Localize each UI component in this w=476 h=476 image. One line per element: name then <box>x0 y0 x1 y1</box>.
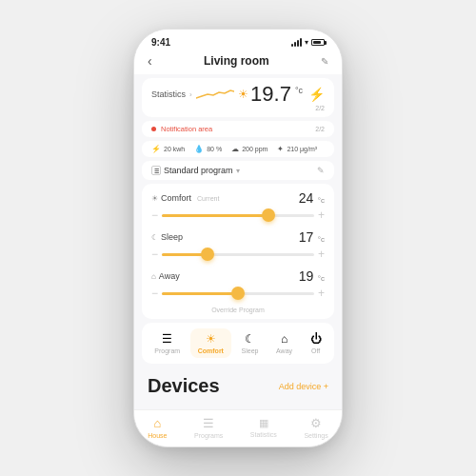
sleep-temp: 17 <box>299 229 314 245</box>
comfort-slider-fill <box>162 214 268 217</box>
mode-tab-away[interactable]: ⌂ Away <box>268 328 300 358</box>
battery-icon <box>311 39 325 46</box>
stats-label: Statistics <box>151 89 186 99</box>
airq-energy-value: 20 kwh <box>164 146 185 152</box>
airq-item-energy: ⚡ 20 kwh <box>151 145 185 153</box>
mode-tab-comfort[interactable]: ☀ Comfort <box>190 328 231 358</box>
sleep-name: Sleep <box>161 232 183 242</box>
energy-icon: ⚡ <box>151 145 161 153</box>
program-tab-icon: ☰ <box>162 332 172 346</box>
away-minus-button[interactable]: − <box>151 288 158 299</box>
wifi-icon: ▾ <box>305 38 308 47</box>
stats-unit: °c <box>295 86 303 95</box>
slider-sleep: ☾ Sleep 17 °c − + <box>151 228 325 260</box>
away-slider-fill <box>162 292 238 295</box>
mode-tab-sleep[interactable]: ☾ Sleep <box>234 328 267 358</box>
stats-temperature: 19.7 <box>250 84 291 105</box>
sleep-tab-label: Sleep <box>242 347 259 354</box>
away-temp-unit: °c <box>318 274 325 283</box>
slider-comfort-label: ☀ Comfort Current <box>151 193 219 203</box>
phone-frame: 9:41 ▾ ‹ Living room ✎ <box>133 29 343 447</box>
devices-section: Devices Add device + <box>134 367 342 401</box>
house-nav-label: House <box>148 432 167 439</box>
sun-icon: ☀ <box>238 88 248 101</box>
settings-nav-label: Settings <box>304 432 327 439</box>
add-device-button[interactable]: Add device + <box>279 382 328 391</box>
sleep-plus-button[interactable]: + <box>318 248 325 260</box>
comfort-slider-thumb[interactable] <box>262 208 275 222</box>
slider-sleep-label-row: ☾ Sleep 17 °c <box>151 228 325 246</box>
comfort-tab-label: Comfort <box>198 347 224 354</box>
sleep-temp-display: 17 °c <box>299 228 325 246</box>
sleep-minus-button[interactable]: − <box>151 248 158 260</box>
away-tab-icon: ⌂ <box>281 332 288 346</box>
stats-chevron: › <box>189 90 192 99</box>
program-tab-label: Program <box>154 347 180 354</box>
away-slider-track[interactable] <box>162 292 314 295</box>
program-dropdown-icon: ▾ <box>236 167 240 175</box>
program-name: Standard program <box>164 166 233 175</box>
away-slider-thumb[interactable] <box>231 287 245 300</box>
away-name: Away <box>159 271 180 281</box>
sliders-card: ☀ Comfort Current 24 °c − <box>142 184 334 319</box>
slider-comfort-label-row: ☀ Comfort Current 24 °c <box>151 189 325 207</box>
sleep-temp-unit: °c <box>318 235 325 244</box>
notif-count: 2/2 <box>315 126 325 132</box>
sleep-slider-thumb[interactable] <box>201 248 214 261</box>
comfort-tab-icon: ☀ <box>206 332 216 346</box>
sleep-tab-icon: ☾ <box>245 332 255 346</box>
comfort-slider-container: − + <box>151 209 325 221</box>
nav-settings[interactable]: ⚙ Settings <box>304 416 327 439</box>
pm-icon: ✦ <box>277 145 284 153</box>
airq-humidity-value: 80 % <box>207 146 222 152</box>
airq-item-humidity: 💧 80 % <box>194 145 222 153</box>
away-plus-button[interactable]: + <box>318 288 325 299</box>
programs-nav-icon: ☰ <box>203 416 214 430</box>
sleep-slider-track[interactable] <box>162 253 314 256</box>
comfort-temp-display: 24 °c <box>299 189 325 207</box>
program-edit-icon[interactable]: ✎ <box>317 166 325 175</box>
airq-item-co2: ☁ 200 ppm <box>231 145 268 153</box>
co2-icon: ☁ <box>231 145 239 153</box>
app-header: ‹ Living room ✎ <box>134 51 342 74</box>
comfort-minus-button[interactable]: − <box>151 209 158 221</box>
comfort-slider-track[interactable] <box>162 214 314 217</box>
stats-header: Statistics › ☀ 19.7 °c ⚡ <box>151 84 325 105</box>
notif-content: Notification area <box>151 125 212 133</box>
status-time: 9:41 <box>151 37 170 48</box>
comfort-sublabel: Current <box>197 195 219 202</box>
off-tab-icon: ⏻ <box>310 332 322 346</box>
program-title-row[interactable]: ☰ Standard program ▾ <box>151 166 240 175</box>
settings-nav-icon: ⚙ <box>310 416 322 430</box>
status-icons: ▾ <box>291 38 325 47</box>
airq-co2-value: 200 ppm <box>242 146 268 152</box>
phone-screen: 9:41 ▾ ‹ Living room ✎ <box>134 30 342 446</box>
program-header: ☰ Standard program ▾ ✎ <box>142 161 334 180</box>
statistics-nav-icon: ▦ <box>259 417 268 429</box>
off-tab-label: Off <box>311 347 320 354</box>
away-icon: ⌂ <box>151 272 156 281</box>
slider-comfort: ☀ Comfort Current 24 °c − <box>151 189 325 221</box>
stats-count: 2/2 <box>151 105 325 111</box>
comfort-temp: 24 <box>299 190 314 206</box>
house-nav-icon: ⌂ <box>153 416 161 430</box>
program-icon: ☰ <box>151 166 161 175</box>
comfort-plus-button[interactable]: + <box>318 209 325 221</box>
away-tab-label: Away <box>276 347 292 354</box>
nav-programs[interactable]: ☰ Programs <box>194 416 223 439</box>
back-button[interactable]: ‹ <box>148 53 152 69</box>
devices-title: Devices <box>148 375 220 397</box>
nav-house[interactable]: ⌂ House <box>148 416 167 439</box>
slider-away-label-row: ⌂ Away 19 °c <box>151 268 325 285</box>
mode-tab-program[interactable]: ☰ Program <box>147 328 188 358</box>
notification-area[interactable]: Notification area 2/2 <box>142 121 334 137</box>
page-title: Living room <box>204 54 269 68</box>
scroll-content: Statistics › ☀ 19.7 °c ⚡ 2/2 <box>134 74 342 409</box>
mode-tab-off[interactable]: ⏻ Off <box>303 328 329 358</box>
stats-graph-area[interactable]: Statistics › ☀ <box>151 87 248 102</box>
comfort-name: Comfort <box>161 193 191 203</box>
edit-icon[interactable]: ✎ <box>321 56 328 67</box>
statistics-nav-label: Statistics <box>250 431 277 438</box>
nav-statistics[interactable]: ▦ Statistics <box>250 417 277 438</box>
bottom-nav: ⌂ House ☰ Programs ▦ Statistics ⚙ Settin… <box>134 409 342 446</box>
